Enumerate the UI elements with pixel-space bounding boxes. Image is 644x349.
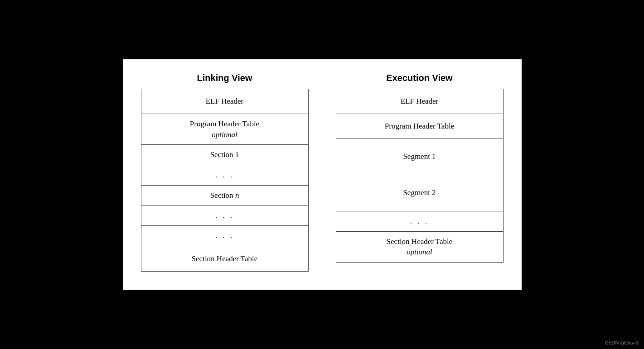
lv-section-n-text: Section n — [210, 190, 239, 201]
execution-view-table: ELF Header Program Header Table Segment … — [336, 89, 504, 263]
lv-dots-1-text: . . . — [215, 170, 234, 181]
ev-pht-text: Program Header Table — [385, 121, 454, 132]
linking-view-table: ELF Header Program Header Table optional… — [141, 89, 309, 272]
lv-dots-2-text: . . . — [215, 210, 234, 221]
lv-section-header-table: Section Header Table — [141, 246, 308, 271]
lv-pht-optional: optional — [212, 129, 237, 140]
ev-section-header-table: Section Header Table optional — [336, 232, 503, 263]
execution-view-column: Execution View ELF Header Program Header… — [336, 73, 504, 263]
ev-segment-1-text: Segment 1 — [403, 151, 436, 162]
ev-sht-text: Section Header Table — [387, 236, 453, 247]
lv-section-1-text: Section 1 — [210, 149, 239, 160]
ev-dots-1-text: . . . — [410, 216, 429, 227]
lv-pht-text: Program Header Table — [190, 119, 259, 129]
ev-program-header-table: Program Header Table — [336, 114, 503, 139]
lv-program-header-table: Program Header Table optional — [141, 114, 308, 145]
ev-elf-header: ELF Header — [336, 89, 503, 114]
ev-segment-1: Segment 1 — [336, 139, 503, 175]
ev-elf-header-text: ELF Header — [401, 96, 439, 107]
lv-dots-3-text: . . . — [215, 230, 234, 241]
linking-view-title: Linking View — [197, 73, 252, 83]
ev-segment-2-text: Segment 2 — [403, 187, 436, 198]
lv-dots-2: . . . — [141, 206, 308, 226]
lv-elf-header-text: ELF Header — [206, 96, 244, 107]
lv-section-1: Section 1 — [141, 145, 308, 165]
lv-sht-text: Section Header Table — [192, 253, 258, 264]
lv-elf-header: ELF Header — [141, 89, 308, 114]
lv-section-n: Section n — [141, 186, 308, 206]
watermark: CSDN @Day-3 — [605, 340, 639, 345]
execution-view-title: Execution View — [386, 73, 452, 83]
lv-dots-1: . . . — [141, 165, 308, 186]
lv-dots-3: . . . — [141, 226, 308, 246]
diagram-container: Linking View ELF Header Program Header T… — [123, 59, 522, 290]
ev-dots-1: . . . — [336, 211, 503, 232]
linking-view-column: Linking View ELF Header Program Header T… — [141, 73, 309, 272]
ev-segment-2: Segment 2 — [336, 175, 503, 211]
ev-sht-optional: optional — [407, 247, 432, 258]
